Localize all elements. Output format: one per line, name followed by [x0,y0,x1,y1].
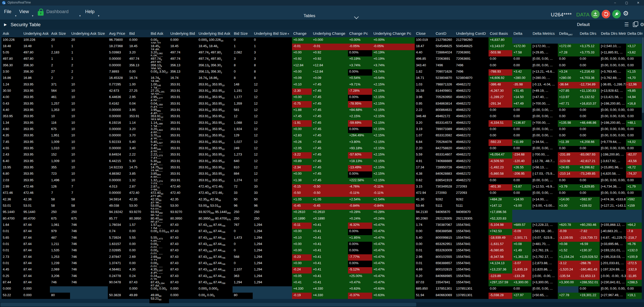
table-row[interactable]: 80.470080.470067567585.7780.395080.40250… [2,216,643,222]
cell: +0.00 [292,95,312,101]
column-header[interactable]: Underlying Bid Size▲ [253,30,292,37]
table-row[interactable]: 15.95353.953551014.9223314.7514.7581015.… [2,165,643,171]
column-header[interactable]: Ask Size [50,30,70,37]
column-header[interactable]: Ask [2,30,22,37]
chevron-down-icon[interactable] [354,14,359,19]
download-button[interactable] [591,10,600,18]
cell [108,286,128,293]
table-row[interactable]: 1.24353.95371100.772951.001.001481.24371… [2,82,643,88]
cell: 353.9112 353.9510 [197,82,233,88]
reset-button[interactable] [602,10,610,18]
settings-button[interactable]: ⚙ [623,10,629,17]
table-row[interactable]: 497.80497.80110.00000497.74497.743497.80… [2,56,643,63]
account-id: U264**** [551,12,572,18]
column-header[interactable]: DeltaORT [558,30,578,37]
column-header[interactable]: Underlying ConID [455,30,489,37]
table-row[interactable]: 4.40353.951,353100.000003.953.955814.401… [2,108,643,114]
column-header[interactable]: Change Pc [348,30,372,37]
column-header[interactable]: Underlying Change Pc [372,30,415,37]
table-row[interactable]: 7.45353.951,009105.922335.405.401,0277.4… [2,139,643,146]
table-row[interactable]: 4.60353.95675100.000003.203.201,9244.606… [2,127,643,133]
cell: +0.28% [348,210,372,216]
menu-help[interactable]: Help [85,9,94,14]
table-row[interactable]: 0.0187.449797460.740.000.000 0.0197987.4… [2,229,643,235]
cell: 87.03 [415,280,434,286]
table-row[interactable]: 42.3642.36585834.591442.3542.355042.3658… [2,197,643,203]
menu-view[interactable]: View [19,9,29,14]
table-row[interactable]: 18.4818.481118.2736818.4518.45318.48118.… [2,44,643,50]
column-header[interactable]: Bid Ask [149,30,169,37]
expand-arrow-icon[interactable]: ▶ [4,22,7,26]
table-row[interactable]: 4.55353.951,010100.000003.403.402494.551… [2,146,643,152]
column-header[interactable]: Underlying Ask Size [70,30,108,37]
column-header[interactable]: Bid Size [233,30,253,37]
column-header[interactable]: Underlying Change [312,30,348,37]
horizontal-scrollbar[interactable] [0,302,644,307]
minimize-button[interactable]: – [609,0,621,6]
table-row[interactable]: 0.0000.0000.0000.000 0.0000.0000.0000 0.… [2,286,643,293]
table-row[interactable]: 87.4487.4474674690.047887.4387.431,29487… [2,280,643,286]
column-header[interactable]: Close [415,30,434,37]
table-row[interactable]: 95.144095.144025025094.1924293.927093.93… [2,210,643,216]
column-header[interactable]: Delta Dlrs Metrics [600,30,626,37]
table-row[interactable]: 5.6587.444877465.739245.555.551,4735.654… [2,235,643,241]
column-header[interactable]: Delta [512,30,531,37]
view-selector-dropdown[interactable]: Tables [304,14,315,18]
table-row[interactable]: 0.0187.441,2117461.631570.000.0000.011,2… [2,242,643,248]
table-row[interactable]: 5.05497.802,18315.039833.203.202,0825.05… [2,50,643,56]
table-row[interactable]: 4.4587.442,0697464.564614.354.352,1074.4… [2,267,643,273]
menu-dashboard[interactable]: Dashboard [46,9,69,14]
table-row[interactable]: 2.99472.4612674.0132.872.87722.99126472.… [2,184,643,191]
column-header[interactable]: Change [292,30,312,37]
cell: 15547841 [455,280,489,286]
table-row[interactable]: 2.03353.951,496100.000001.321.321,2742.0… [2,178,643,184]
vertical-scrollbar[interactable] [642,37,644,299]
table-row[interactable]: 53.220.0008050.382849.8949.898053.21800.… [2,293,643,299]
close-button[interactable]: ✕ [632,0,644,6]
table-row[interactable]: 353.95353.9510100.00000353.91353.9112353… [2,114,643,120]
table-row[interactable]: 2.7387.441,2537462.878472.692.695682.731… [2,254,643,261]
gear-icon[interactable]: ⚙ [640,22,644,27]
scrollbar-thumb[interactable] [642,37,644,113]
table-row[interactable]: 1.6487.441,0617461.760341.571.577671.641… [2,223,643,229]
column-header[interactable]: Delta Dlrs [626,30,643,37]
column-header[interactable]: Bid [128,30,149,37]
table-row[interactable]: 472.46472.46770.00000472.40472.4033472.4… [2,191,643,197]
profile-name[interactable]: Default [577,22,590,27]
menu-file[interactable]: File [4,9,11,14]
table-row[interactable]: 0.0187.441,5357462.026950.000.0000.011,5… [2,248,643,254]
cell: 0.00% [348,242,372,248]
column-header[interactable]: Delta Dlrs [578,30,600,37]
cell: +13.97 [558,95,578,101]
table-row[interactable]: 16.8616.862216.4532816.7416.74816.86216.… [2,76,643,82]
table-row[interactable]: 6.80353.95723104.883823.853.858846.80723… [2,171,643,178]
column-header[interactable]: Underlying Bid Ask [197,30,233,37]
table-row[interactable]: 2.43353.95152108.649242.222.221,2732.431… [2,152,643,159]
hamburger-menu-icon[interactable]: ☰ [624,21,629,27]
scrollbar-thumb[interactable] [1,303,416,306]
copy-icon[interactable] [633,22,637,27]
column-header[interactable]: Cost Basis [489,30,512,37]
table-row[interactable]: 4.35353.951,951100.000003.703.701294.351… [2,133,643,139]
table-row[interactable]: 1.34353.95116106.192161.141.141,0881.341… [2,120,643,127]
table-row[interactable]: 4.00353.95461106.446362.952.951,1774.004… [2,95,643,101]
table-row[interactable]: 0.2587.443,2067460.247780.240.243630.253… [2,273,643,280]
table-row[interactable]: 6.40353.951,009106.442155.305.306406.401… [2,159,643,165]
column-header[interactable]: Underlying Ask [22,30,50,37]
table-row[interactable]: 356.30356.30220.00000356.13356.138356.30… [2,63,643,69]
table-row[interactable]: 53.0153.01585849.03853.0053.009653.01585… [2,203,643,210]
cell: 1,009 [50,139,70,146]
column-header[interactable]: ConID [434,30,455,37]
table-row[interactable]: 100.226100.226202096.756000.0000.000100.… [2,37,643,44]
connect-button[interactable] [612,10,621,18]
table-row[interactable]: 30.50353.955641042.67327.2527.251,19130.… [2,88,643,95]
column-header[interactable]: Underlying Bid [169,30,197,37]
cell: 8 [253,76,292,82]
column-header[interactable]: Delta Metrics [531,30,558,37]
table-row[interactable]: 3.50356.302727.88930.000.000 3.5027356.1… [2,69,643,76]
table-row[interactable]: 0.43353.951,257100.41620.040.041,3590.43… [2,101,643,107]
maximize-button[interactable]: ▢ [621,0,632,6]
cell: 93.9270250 95.1440250 [197,210,233,216]
table-row[interactable]: 0.0187.441,2397461.374710.000.0000.011,2… [2,261,643,267]
column-header[interactable]: Avg Price [108,30,128,37]
